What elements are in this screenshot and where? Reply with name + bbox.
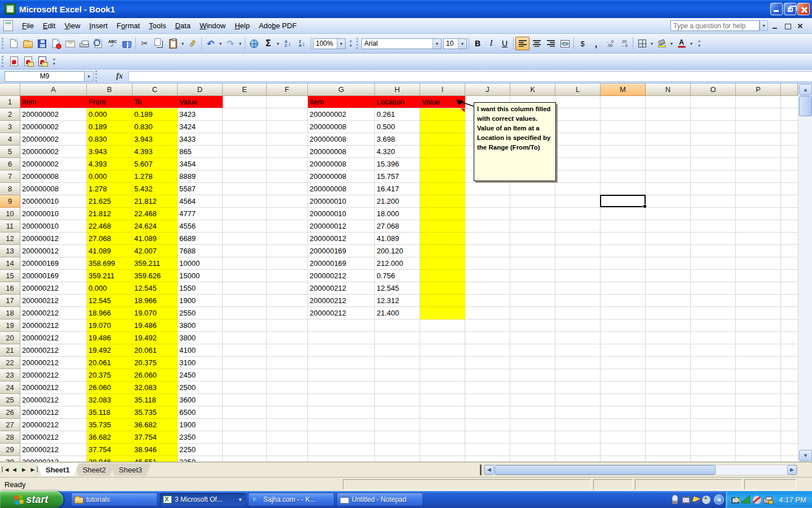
- cell-A26[interactable]: 200000212: [20, 406, 87, 419]
- cell-A7[interactable]: 200000008: [20, 170, 87, 183]
- cell-D27[interactable]: 1900: [178, 419, 223, 431]
- cell-C24[interactable]: 32.083: [133, 382, 178, 394]
- cell-B5[interactable]: 3.943: [87, 146, 133, 158]
- cell-G24[interactable]: [308, 382, 375, 394]
- cell-N9[interactable]: [646, 195, 691, 208]
- cell-I25[interactable]: [420, 394, 465, 406]
- vertical-scrollbar-thumb[interactable]: [799, 96, 812, 116]
- cell-P30[interactable]: [736, 456, 781, 462]
- cell-I15[interactable]: [420, 270, 465, 282]
- cell-G25[interactable]: [308, 394, 375, 406]
- cell-N6[interactable]: [646, 158, 691, 170]
- cell-E21[interactable]: [223, 344, 267, 357]
- cell-P1[interactable]: [736, 96, 781, 108]
- cell-H20[interactable]: [375, 332, 420, 344]
- cell-E18[interactable]: [223, 307, 267, 319]
- cell-G19[interactable]: [308, 319, 375, 332]
- cell-L19[interactable]: [555, 319, 601, 332]
- cell-F10[interactable]: [267, 208, 308, 220]
- zoom-dropdown-icon[interactable]: [337, 39, 345, 49]
- cell-N20[interactable]: [646, 332, 691, 344]
- cell-H7[interactable]: 15.757: [375, 170, 420, 183]
- format-painter-button[interactable]: [186, 37, 200, 50]
- row-header-2[interactable]: 2: [0, 108, 20, 121]
- cell-O1[interactable]: [691, 96, 736, 108]
- menu-edit[interactable]: Edit: [38, 19, 60, 33]
- row-header-15[interactable]: 15: [0, 270, 20, 282]
- cell-F29[interactable]: [267, 444, 308, 456]
- cell-M10[interactable]: [601, 208, 646, 220]
- cell-L23[interactable]: [555, 369, 601, 382]
- cell-A18[interactable]: 200000212: [20, 307, 87, 319]
- cell-H17[interactable]: 12.312: [375, 295, 420, 307]
- currency-button[interactable]: $: [576, 37, 589, 50]
- cell-O23[interactable]: [691, 369, 736, 382]
- font-color-button[interactable]: A: [674, 37, 689, 50]
- cell-P29[interactable]: [736, 444, 781, 456]
- cell-I3[interactable]: [420, 121, 465, 133]
- cell-H12[interactable]: 41.089: [375, 233, 420, 245]
- cell-H28[interactable]: [375, 431, 420, 444]
- cell-D17[interactable]: 1900: [178, 295, 223, 307]
- cell-C11[interactable]: 24.624: [133, 220, 178, 233]
- cell-K16[interactable]: [510, 282, 555, 295]
- horizontal-scrollbar-thumb[interactable]: [495, 465, 716, 475]
- cell-B7[interactable]: 0.000: [87, 170, 133, 183]
- cell-P21[interactable]: [736, 344, 781, 357]
- menu-data[interactable]: Data: [170, 19, 195, 33]
- cell-J15[interactable]: [465, 270, 510, 282]
- cell-A17[interactable]: 200000212: [20, 295, 87, 307]
- scroll-down-icon[interactable]: [799, 450, 812, 461]
- redo-dropdown-icon[interactable]: [237, 41, 243, 46]
- cell-L12[interactable]: [555, 233, 601, 245]
- cell-N28[interactable]: [646, 431, 691, 444]
- cell-E15[interactable]: [223, 270, 267, 282]
- cell-E4[interactable]: [223, 133, 267, 146]
- taskbar-button-3-microsoft-of[interactable]: 3 Microsoft Of...: [160, 493, 246, 506]
- cell-P20[interactable]: [736, 332, 781, 344]
- cell-C21[interactable]: 20.061: [133, 344, 178, 357]
- cell-B10[interactable]: 21.812: [87, 208, 133, 220]
- cell-M16[interactable]: [601, 282, 646, 295]
- cell-O6[interactable]: [691, 158, 736, 170]
- cell-A2[interactable]: 200000002: [20, 108, 87, 121]
- cell-H6[interactable]: 15.396: [375, 158, 420, 170]
- email-button[interactable]: [63, 37, 77, 50]
- antivirus-disabled-icon[interactable]: [753, 496, 761, 504]
- row-header-9[interactable]: 9: [0, 195, 20, 208]
- row-header-29[interactable]: 29: [0, 444, 20, 456]
- cell-I14[interactable]: [420, 257, 465, 270]
- cell-L22[interactable]: [555, 357, 601, 369]
- toolbar-options-icon[interactable]: [695, 36, 703, 51]
- cell-F20[interactable]: [267, 332, 308, 344]
- cell-M1[interactable]: [601, 96, 646, 108]
- cell-N3[interactable]: [646, 121, 691, 133]
- font-size-dropdown-icon[interactable]: [458, 39, 466, 49]
- cell-M24[interactable]: [601, 382, 646, 394]
- cell-N8[interactable]: [646, 183, 691, 195]
- cell-B30[interactable]: 38.946: [87, 456, 133, 462]
- cell-B21[interactable]: 19.492: [87, 344, 133, 357]
- cell-F2[interactable]: [267, 108, 308, 121]
- cell-M7[interactable]: [601, 170, 646, 183]
- cell-F12[interactable]: [267, 233, 308, 245]
- cell-I9[interactable]: [420, 195, 465, 208]
- cell-O3[interactable]: [691, 121, 736, 133]
- cell-P11[interactable]: [736, 220, 781, 233]
- cell-I28[interactable]: [420, 431, 465, 444]
- cell-P16[interactable]: [736, 282, 781, 295]
- cell-P7[interactable]: [736, 170, 781, 183]
- cell-L15[interactable]: [555, 270, 601, 282]
- cell-D23[interactable]: 2450: [178, 369, 223, 382]
- column-header-P[interactable]: P: [736, 84, 781, 96]
- cell-G5[interactable]: 200000008: [308, 146, 375, 158]
- decrease-decimal-button[interactable]: .00→.0: [617, 37, 631, 50]
- cell-D5[interactable]: 865: [178, 146, 223, 158]
- cell-C1[interactable]: To: [133, 96, 178, 108]
- cell-C12[interactable]: 41.089: [133, 233, 178, 245]
- cell-G26[interactable]: [308, 406, 375, 419]
- cell-B1[interactable]: From: [87, 96, 133, 108]
- cell-B26[interactable]: 35.118: [87, 406, 133, 419]
- cell-M13[interactable]: [601, 245, 646, 257]
- cell-H13[interactable]: 200.120: [375, 245, 420, 257]
